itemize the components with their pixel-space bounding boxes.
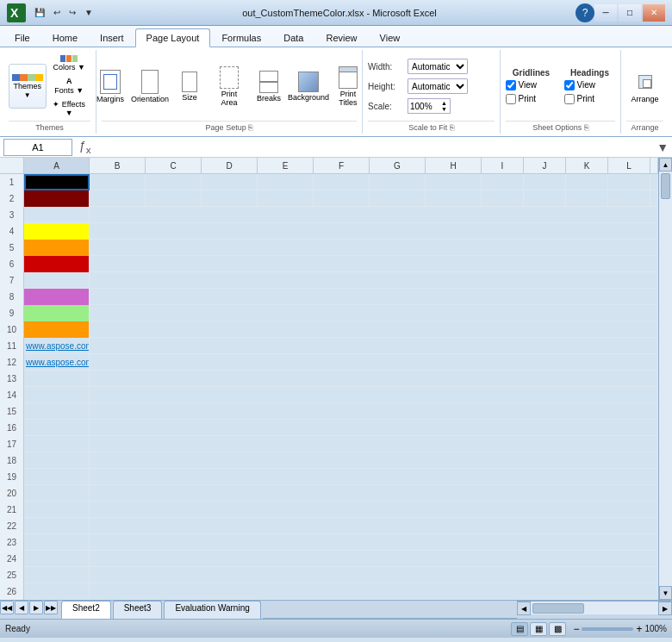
- cell-rest-10[interactable]: [90, 321, 658, 338]
- tab-review[interactable]: Review: [314, 28, 368, 47]
- scale-spinbox[interactable]: ▲ ▼: [408, 98, 451, 114]
- cell-h2[interactable]: [426, 190, 482, 207]
- col-header-e[interactable]: E: [258, 158, 314, 173]
- cell-rest-15[interactable]: [90, 403, 658, 420]
- gridlines-view-checkbox[interactable]: [506, 80, 516, 90]
- cell-a19[interactable]: [24, 469, 90, 485]
- normal-view-btn[interactable]: ▤: [511, 622, 528, 636]
- height-select[interactable]: Automatic: [408, 78, 468, 94]
- tab-page-layout[interactable]: Page Layout: [135, 28, 211, 47]
- col-header-l[interactable]: L: [608, 158, 650, 173]
- cell-k2[interactable]: [566, 190, 608, 207]
- scroll-thumb-v[interactable]: [661, 173, 670, 199]
- cell-l2[interactable]: [608, 190, 650, 207]
- formula-fn-icon[interactable]: ƒx: [79, 139, 91, 155]
- cell-rest-7[interactable]: [90, 272, 658, 289]
- close-button[interactable]: ✕: [643, 4, 665, 22]
- tab-view[interactable]: View: [369, 28, 412, 47]
- cell-a8[interactable]: [24, 289, 90, 305]
- cell-i2[interactable]: [482, 190, 524, 207]
- cell-rest-26[interactable]: [90, 583, 658, 600]
- cell-a3[interactable]: [24, 207, 90, 223]
- scroll-thumb-h[interactable]: [532, 603, 584, 614]
- cell-h1[interactable]: [426, 174, 482, 190]
- cell-j2[interactable]: [524, 190, 566, 207]
- cell-d1[interactable]: [202, 174, 258, 190]
- scale-input[interactable]: [410, 102, 441, 111]
- save-qat-btn[interactable]: 💾: [31, 5, 48, 20]
- tab-file[interactable]: File: [3, 28, 41, 47]
- cell-e2[interactable]: [258, 190, 314, 207]
- help-button[interactable]: ?: [576, 3, 594, 22]
- cell-rest-1[interactable]: [650, 174, 658, 190]
- cell-j1[interactable]: [524, 174, 566, 190]
- cell-a7[interactable]: [24, 272, 90, 289]
- sheet-tab-eval-warning[interactable]: Evaluation Warning: [164, 601, 260, 619]
- sheet-options-dialog-launcher[interactable]: ⎘: [584, 123, 588, 132]
- cell-a1[interactable]: [24, 174, 90, 190]
- cell-a15[interactable]: [24, 403, 90, 420]
- vertical-scrollbar[interactable]: ▲ ▼: [658, 158, 672, 600]
- cell-f2[interactable]: [314, 190, 370, 207]
- gridlines-print-checkbox[interactable]: [506, 94, 516, 104]
- cell-rest-5[interactable]: [90, 240, 658, 256]
- scroll-left-button[interactable]: ◀: [517, 601, 531, 615]
- cell-rest-8[interactable]: [90, 289, 658, 305]
- headings-print-checkbox[interactable]: [564, 94, 575, 104]
- cell-a25[interactable]: [24, 567, 90, 583]
- themes-button[interactable]: Themes ▼: [9, 64, 47, 109]
- scroll-down-button[interactable]: ▼: [659, 586, 672, 600]
- effects-button[interactable]: ✦ Effects ▼: [48, 98, 90, 119]
- scale-spin-arrows[interactable]: ▲ ▼: [441, 100, 447, 112]
- formula-expand-btn[interactable]: ▼: [656, 140, 669, 154]
- zoom-out-btn[interactable]: −: [573, 623, 579, 635]
- cell-rest-22[interactable]: [90, 518, 658, 534]
- name-box[interactable]: A1: [3, 139, 72, 156]
- tab-nav-next[interactable]: ▶: [29, 601, 43, 614]
- cell-rest-2[interactable]: [650, 190, 658, 207]
- cell-c2[interactable]: [146, 190, 202, 207]
- background-button[interactable]: Background: [289, 67, 327, 106]
- cell-a12[interactable]: www.aspose.com: [24, 354, 90, 371]
- col-header-f[interactable]: F: [314, 158, 370, 173]
- col-header-j[interactable]: J: [524, 158, 566, 173]
- cell-rest-17[interactable]: [90, 436, 658, 452]
- cell-a10[interactable]: [24, 321, 90, 338]
- cell-a14[interactable]: [24, 387, 90, 403]
- formula-input[interactable]: [98, 142, 654, 153]
- arrange-button[interactable]: Arrange: [626, 65, 664, 108]
- redo-qat-btn[interactable]: ↪: [65, 5, 79, 20]
- cell-a6[interactable]: [24, 256, 90, 272]
- col-header-i[interactable]: I: [482, 158, 524, 173]
- cell-rest-16[interactable]: [90, 420, 658, 436]
- horizontal-scrollbar[interactable]: ◀ ▶: [517, 601, 672, 614]
- cell-rest-20[interactable]: [90, 485, 658, 502]
- maximize-button[interactable]: □: [619, 4, 641, 22]
- col-header-h[interactable]: H: [426, 158, 482, 173]
- tab-nav-first[interactable]: ◀◀: [0, 601, 14, 614]
- qat-dropdown-btn[interactable]: ▼: [81, 5, 96, 20]
- cell-a17[interactable]: [24, 436, 90, 452]
- sheet-tab-sheet2[interactable]: Sheet2: [61, 601, 111, 619]
- cell-rest-23[interactable]: [90, 534, 658, 551]
- size-button[interactable]: Size: [171, 67, 208, 106]
- cell-a4[interactable]: [24, 223, 90, 240]
- cell-rest-21[interactable]: [90, 502, 658, 518]
- cell-k1[interactable]: [566, 174, 608, 190]
- zoom-slider-track[interactable]: [582, 627, 633, 631]
- cell-a20[interactable]: [24, 485, 90, 502]
- tab-data[interactable]: Data: [272, 28, 314, 47]
- colors-button[interactable]: Colors ▼: [48, 53, 90, 73]
- col-header-g[interactable]: G: [370, 158, 426, 173]
- cell-rest-13[interactable]: [90, 371, 658, 387]
- cell-i1[interactable]: [482, 174, 524, 190]
- scroll-up-button[interactable]: ▲: [659, 158, 672, 171]
- tab-home[interactable]: Home: [41, 28, 89, 47]
- breaks-button[interactable]: Breaks: [250, 66, 288, 107]
- cell-c1[interactable]: [146, 174, 202, 190]
- cell-b1[interactable]: [90, 174, 146, 190]
- scale-dialog-launcher[interactable]: ⎘: [450, 123, 454, 132]
- cell-rest-24[interactable]: [90, 551, 658, 567]
- cell-rest-6[interactable]: [90, 256, 658, 272]
- width-select[interactable]: Automatic: [408, 59, 468, 74]
